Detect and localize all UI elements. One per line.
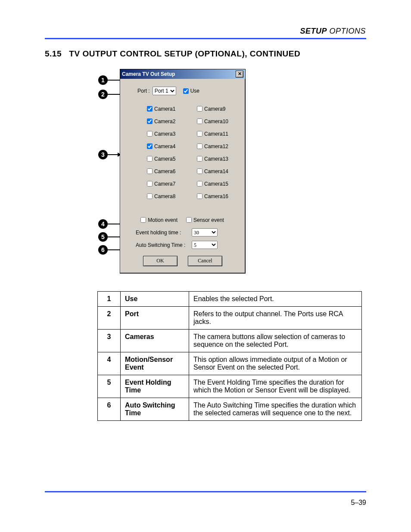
camera-checkbox-input[interactable]	[147, 168, 153, 174]
camera-checkbox[interactable]: Camera4	[145, 142, 185, 150]
camera-checkbox[interactable]: Camera1	[145, 105, 185, 113]
camera-label: Camera7	[154, 180, 175, 187]
camera-checkbox[interactable]: Camera9	[195, 105, 235, 113]
camera-label: Camera14	[204, 168, 228, 175]
camera-checkbox[interactable]: Camera2	[145, 117, 185, 125]
table-index: 4	[98, 352, 121, 375]
bottom-rule	[45, 491, 366, 492]
callout-6: 6	[98, 245, 108, 255]
sensor-event-input[interactable]	[186, 217, 192, 223]
close-button[interactable]: ✕	[236, 71, 243, 78]
camera-label: Camera9	[204, 106, 225, 112]
table-name: Cameras	[121, 330, 189, 352]
motion-event-input[interactable]	[140, 217, 146, 223]
camera-checkbox[interactable]: Camera8	[145, 192, 185, 200]
table-index: 1	[98, 292, 121, 307]
camera-checkbox-input[interactable]	[197, 181, 202, 187]
camera-checkbox-input[interactable]	[147, 118, 153, 124]
camera-grid: Camera1Camera9Camera2Camera10Camera3Came…	[125, 95, 241, 204]
camera-checkbox-input[interactable]	[147, 193, 153, 199]
camera-checkbox[interactable]: Camera13	[195, 155, 235, 163]
table-desc: Refers to the output channel. The Ports …	[189, 307, 362, 330]
camera-checkbox-input[interactable]	[197, 131, 202, 137]
camera-checkbox[interactable]: Camera14	[195, 167, 235, 175]
camera-label: Camera15	[204, 180, 228, 187]
close-icon: ✕	[238, 71, 242, 76]
motion-event-label: Motion event	[148, 217, 177, 224]
camera-checkbox[interactable]: Camera5	[145, 155, 185, 163]
auto-switching-time-select[interactable]: 5	[192, 241, 218, 249]
camera-checkbox[interactable]: Camera10	[195, 117, 235, 125]
section-number: 5.15	[45, 49, 62, 58]
header-bold: SETUP	[300, 27, 327, 35]
table-row: 4Motion/Sensor EventThis option allows i…	[98, 352, 362, 375]
event-holding-time-label: Event holding time :	[136, 229, 187, 236]
sensor-event-label: Sensor event	[193, 217, 224, 224]
camera-label: Camera2	[154, 118, 175, 125]
camera-checkbox[interactable]: Camera12	[195, 142, 235, 150]
table-index: 5	[98, 375, 121, 398]
dialog-window: Camera TV Out Setup ✕ Port : Port 1 Use …	[120, 69, 246, 274]
camera-label: Camera6	[154, 168, 175, 175]
port-select[interactable]: Port 1	[153, 87, 176, 95]
camera-checkbox-input[interactable]	[147, 156, 153, 162]
table-desc: The Event Holding Time specifies the dur…	[189, 375, 362, 398]
table-row: 6Auto Switching TimeThe Auto Switching T…	[98, 398, 362, 421]
callout-3-arrow	[108, 154, 121, 155]
camera-label: Camera10	[204, 118, 228, 125]
motion-event-checkbox[interactable]: Motion event	[139, 216, 177, 224]
event-holding-time-select[interactable]: 30	[192, 228, 218, 236]
table-desc: The Auto Switching Time specifies the du…	[189, 398, 362, 421]
table-desc: The camera buttons allow selection of ca…	[189, 330, 362, 352]
table-name: Use	[121, 292, 189, 307]
sensor-event-checkbox[interactable]: Sensor event	[184, 216, 224, 224]
description-table: 1UseEnables the selected Port.2PortRefer…	[97, 291, 362, 421]
camera-checkbox-input[interactable]	[147, 181, 153, 187]
table-row: 2PortRefers to the output channel. The P…	[98, 307, 362, 330]
table-index: 2	[98, 307, 121, 330]
camera-checkbox-input[interactable]	[197, 106, 202, 112]
camera-label: Camera16	[204, 193, 228, 200]
camera-label: Camera4	[154, 143, 175, 150]
camera-checkbox-input[interactable]	[147, 131, 153, 137]
dialog-title: Camera TV Out Setup	[122, 69, 175, 79]
callout-3: 3	[98, 150, 108, 159]
table-name: Event Holding Time	[121, 375, 189, 398]
camera-checkbox-input[interactable]	[147, 106, 153, 112]
camera-checkbox-input[interactable]	[147, 143, 153, 149]
camera-checkbox[interactable]: Camera11	[195, 130, 235, 138]
table-name: Auto Switching Time	[121, 398, 189, 421]
use-checkbox-input[interactable]	[183, 88, 189, 94]
table-row: 3CamerasThe camera buttons allow selecti…	[98, 330, 362, 352]
callout-2: 2	[98, 90, 108, 99]
callout-1: 1	[98, 75, 108, 85]
table-row: 5Event Holding TimeThe Event Holding Tim…	[98, 375, 362, 398]
table-name: Port	[121, 307, 189, 330]
camera-checkbox[interactable]: Camera3	[145, 130, 185, 138]
camera-checkbox[interactable]: Camera7	[145, 180, 185, 188]
camera-checkbox-input[interactable]	[197, 118, 202, 124]
camera-checkbox-input[interactable]	[197, 193, 202, 199]
ok-button[interactable]: OK	[143, 256, 177, 266]
cancel-button[interactable]: Cancel	[188, 256, 222, 266]
camera-checkbox-input[interactable]	[197, 156, 202, 162]
callout-5: 5	[98, 232, 108, 242]
camera-checkbox-input[interactable]	[197, 143, 202, 149]
table-index: 6	[98, 398, 121, 421]
top-rule	[45, 38, 366, 39]
camera-label: Camera12	[204, 143, 228, 150]
dialog-figure: 1 2 3 4 5 6 Camera TV Out Setup ✕ Port :…	[98, 69, 249, 274]
page-header: SETUP OPTIONS	[300, 27, 366, 36]
camera-checkbox-input[interactable]	[197, 168, 202, 174]
use-checkbox[interactable]: Use	[181, 87, 199, 95]
page-number: 5–39	[351, 499, 366, 507]
camera-checkbox[interactable]: Camera6	[145, 167, 185, 175]
header-italic: OPTIONS	[327, 27, 366, 35]
section-title-text: TV OUTPUT CONTROL SETUP (OPTIONAL), CONT…	[69, 49, 300, 58]
dialog-body: Port : Port 1 Use Camera1Camera9Camera2C…	[120, 79, 245, 269]
camera-label: Camera3	[154, 131, 175, 137]
table-desc: Enables the selected Port.	[189, 292, 362, 307]
dialog-titlebar: Camera TV Out Setup ✕	[120, 69, 245, 79]
camera-checkbox[interactable]: Camera15	[195, 180, 235, 188]
camera-checkbox[interactable]: Camera16	[195, 192, 235, 200]
